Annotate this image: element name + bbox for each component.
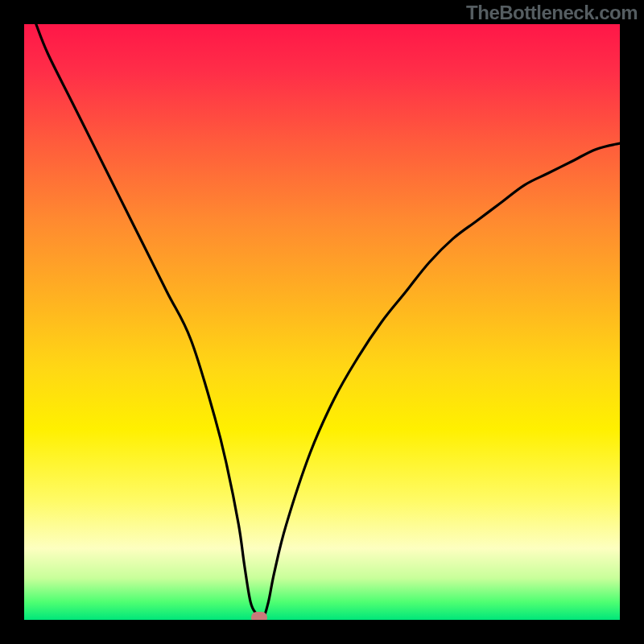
plot-area [24, 24, 620, 620]
bottleneck-curve [24, 24, 620, 620]
watermark-text: TheBottleneck.com [466, 2, 638, 24]
optimal-point-marker [251, 612, 267, 620]
chart-frame: TheBottleneck.com [0, 0, 644, 644]
